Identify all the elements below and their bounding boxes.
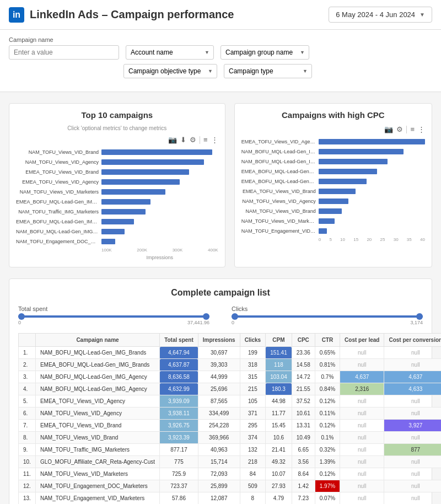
total-spent-slider-thumb-left[interactable] bbox=[18, 313, 25, 320]
table-row: 13. NAM_TOFU_Engagement_VID_Marketers 57… bbox=[19, 492, 442, 505]
cell-cpm: 10.07 bbox=[266, 468, 292, 480]
bar-label: NAM_TOFU_Views_VID_Agency bbox=[16, 159, 101, 165]
bar-fill bbox=[101, 169, 189, 175]
cell-cost-per-lead: null bbox=[340, 420, 384, 432]
top10-chart-subtitle: Click 'optional metrics' to change metri… bbox=[16, 125, 218, 131]
charts-area: Top 10 campaigns Click 'optional metrics… bbox=[0, 92, 441, 504]
campaign-name-label: Campaign name bbox=[9, 36, 119, 43]
bar-label: NAM_TOFU_Traffic_IMG_Marketers bbox=[16, 209, 101, 215]
campaign-name-filter: Campaign name bbox=[9, 36, 119, 60]
bar-row: NAM_BOFU_MQL-Lead-Gen_IMG_Brands bbox=[16, 228, 218, 235]
bar-label: EMEA_BOFU_MQL-Lead-Gen_IMG_Brands bbox=[16, 219, 101, 224]
cell-cpm: 15.45 bbox=[266, 420, 292, 432]
cell-cost-per-conversion: null bbox=[384, 408, 441, 420]
cell-clicks: 8 bbox=[240, 492, 265, 505]
cell-cpc: 10.49 bbox=[292, 432, 315, 444]
top10-bar-chart: NAM_TOFU_Views_VID_Brand NAM_TOFU_Views_… bbox=[16, 148, 218, 245]
col-cost-per-conversion[interactable]: Cost per conversion bbox=[384, 334, 441, 347]
charts-row: Top 10 campaigns Click 'optional metrics… bbox=[9, 103, 432, 267]
cell-cpc: 13.31 bbox=[292, 420, 315, 432]
bar-label: NAM_TOFU_Views_VID_Marketers bbox=[241, 218, 319, 224]
bar-row: EMEA_BOFU_MQL-Lead-Gen_IMG_Agency bbox=[241, 168, 425, 175]
bar-container bbox=[101, 228, 218, 235]
col-cost-per-lead[interactable]: Cost per lead bbox=[340, 334, 384, 347]
cell-cpm: 180.3 bbox=[266, 383, 292, 395]
col-cpm[interactable]: CPM bbox=[266, 334, 292, 347]
menu-icon-2[interactable]: ⋮ bbox=[418, 125, 425, 133]
download-icon[interactable]: ⬇ bbox=[180, 136, 186, 144]
col-cpc[interactable]: CPC bbox=[292, 334, 315, 347]
filter-icon[interactable]: ≡ bbox=[203, 136, 208, 144]
cell-campaign-name: NAM_TOFU_Engagement_VID_Marketers bbox=[35, 492, 159, 505]
bar-row: NAM_TOFU_Views_VID_Marketers bbox=[16, 188, 218, 196]
filter-row-2: Campaign objective type Campaign type bbox=[9, 64, 432, 78]
col-impressions[interactable]: Impressions bbox=[198, 334, 240, 347]
bar-label: EMEA_TOFU_Views_VID_Agency bbox=[241, 139, 319, 144]
row-num: 8. bbox=[19, 432, 36, 444]
bar-fill bbox=[319, 218, 335, 224]
campaign-type-select[interactable]: Campaign type bbox=[224, 64, 312, 78]
bar-label: EMEA_TOFU_Views_VID_Brand bbox=[241, 189, 319, 194]
bar-container bbox=[319, 217, 425, 225]
cell-impressions: 334,499 bbox=[198, 408, 240, 420]
bar-fill bbox=[319, 199, 348, 204]
bar-row: EMEA_TOFU_Views_VID_Brand bbox=[16, 168, 218, 176]
cell-campaign-name: NAM_TOFU_Views_VID_Agency bbox=[35, 408, 159, 420]
top10-chart-card: Top 10 campaigns Click 'optional metrics… bbox=[9, 103, 225, 267]
campaign-group-select[interactable]: Campaign group name bbox=[220, 45, 309, 60]
cell-impressions: 25,899 bbox=[198, 480, 240, 492]
account-name-filter-wrap: Account name bbox=[126, 45, 214, 60]
filter-icon-2[interactable]: ≡ bbox=[410, 125, 415, 133]
filters-panel: Campaign name Account name Campaign grou… bbox=[0, 30, 441, 92]
cell-cost-per-conversion: null bbox=[384, 347, 441, 359]
bar-row: EMEA_TOFU_Views_VID_Agency bbox=[241, 138, 425, 146]
campaign-objective-select[interactable]: Campaign objective type bbox=[123, 64, 217, 78]
row-num: 4. bbox=[19, 383, 36, 395]
cell-ctr: 0.32% bbox=[315, 444, 340, 456]
cell-cost-per-lead: 2,316 bbox=[340, 383, 384, 395]
camera-icon-2[interactable]: 📷 bbox=[384, 125, 393, 133]
clicks-slider-track bbox=[232, 315, 423, 318]
bar-container bbox=[319, 178, 425, 185]
high-cpc-chart-card: Campaigns with high CPC 📷 ⚙ ≡ ⋮ EMEA_TOF… bbox=[234, 103, 432, 267]
col-campaign-name[interactable]: Campaign name bbox=[35, 334, 159, 347]
account-name-select[interactable]: Account name bbox=[126, 45, 214, 60]
cell-ctr: 0.12% bbox=[315, 468, 340, 480]
total-spent-slider-fill bbox=[18, 315, 209, 318]
cell-ctr: 0.81% bbox=[315, 359, 340, 371]
bar-row: NAM_TOFU_Engagement_VID_Marketers bbox=[241, 227, 425, 235]
bar-label: NAM_TOFU_Views_VID_Agency bbox=[241, 199, 319, 204]
date-range-selector[interactable]: 6 May 2024 - 4 Jun 2024 ▼ bbox=[329, 7, 432, 23]
cell-cpm: 118 bbox=[266, 359, 292, 371]
col-total-spent[interactable]: Total spent bbox=[160, 334, 198, 347]
clicks-slider-thumb-left[interactable] bbox=[232, 313, 238, 320]
cell-cost-per-conversion: null bbox=[384, 395, 441, 408]
menu-icon[interactable]: ⋮ bbox=[211, 136, 218, 144]
cell-total-spent: 8,636.58 bbox=[160, 371, 198, 383]
cell-campaign-name: GLO_MOFU_Affiliate_CAR_Reta-Agency-Cust bbox=[35, 456, 159, 468]
campaign-name-input[interactable] bbox=[9, 45, 119, 60]
campaign-list-title: Complete campaign list bbox=[18, 288, 423, 298]
cell-cost-per-lead: null bbox=[340, 480, 384, 492]
cell-total-spent: 3,939.09 bbox=[160, 395, 198, 408]
campaign-list-section: Complete campaign list Total spent 0 37,… bbox=[9, 278, 432, 504]
linkedin-logo: in bbox=[9, 7, 24, 23]
clicks-slider-thumb-right[interactable] bbox=[416, 313, 423, 320]
settings-icon-2[interactable]: ⚙ bbox=[396, 125, 403, 133]
total-spent-slider-thumb-right[interactable] bbox=[203, 313, 209, 320]
cell-clicks: 199 bbox=[240, 347, 265, 359]
bar-label: EMEA_BOFU_MQL-Lead-Gen_IMG_Agency bbox=[16, 199, 101, 205]
cell-cost-per-conversion: null bbox=[384, 432, 441, 444]
cell-cost-per-conversion: null bbox=[384, 359, 441, 371]
cell-cost-per-conversion: 4,637 bbox=[384, 371, 441, 383]
cell-impressions: 44,999 bbox=[198, 371, 240, 383]
col-ctr[interactable]: CTR bbox=[315, 334, 340, 347]
cell-total-spent: 775 bbox=[160, 456, 198, 468]
col-clicks[interactable]: Clicks bbox=[240, 334, 265, 347]
bar-label: NAM_BOFU_MQL-Lead-Gen_IMG_Brands bbox=[241, 149, 319, 154]
camera-icon[interactable]: 📷 bbox=[168, 136, 177, 144]
settings-icon[interactable]: ⚙ bbox=[190, 136, 196, 144]
bar-fill bbox=[101, 209, 146, 215]
table-row: 9. NAM_TOFU_Traffic_IMG_Marketers 877.17… bbox=[19, 444, 442, 456]
bar-row: NAM_BOFU_MQL-Lead-Gen_IMG_Agency bbox=[241, 158, 425, 165]
